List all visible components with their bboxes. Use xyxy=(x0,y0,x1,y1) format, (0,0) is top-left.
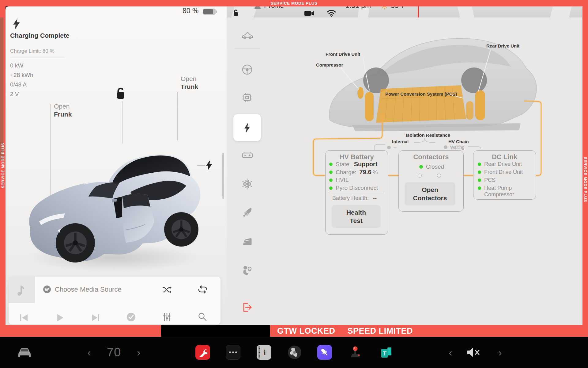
shuffle-button[interactable] xyxy=(162,285,172,294)
karaoke-app-button[interactable] xyxy=(317,345,332,360)
isolation-internal-label: Internal xyxy=(392,139,409,144)
open-trunk-button[interactable]: Open Trunk xyxy=(181,75,198,91)
isolation-internal-status: -- xyxy=(387,145,397,150)
charging-status-title: Charging Complete xyxy=(10,32,70,39)
volume-down-chevron[interactable]: ‹ xyxy=(446,345,455,359)
arcade-app-button[interactable] xyxy=(348,345,363,360)
hv-pyro-row: Pyro Disconnect xyxy=(329,185,378,191)
sidebar-item-computer[interactable] xyxy=(241,91,253,104)
map-road xyxy=(457,6,476,17)
gray-status-dot xyxy=(387,146,391,149)
temp-up-chevron[interactable]: › xyxy=(134,345,143,359)
sidebar-item-exit-service-icon[interactable] xyxy=(241,301,253,313)
sidebar-item-suspension[interactable] xyxy=(241,207,253,219)
sidebar-item-thermal[interactable] xyxy=(241,178,253,190)
hv-battery-title: HV Battery xyxy=(326,153,388,161)
sidebar-item-low-voltage-battery[interactable] xyxy=(241,149,253,161)
music-note-icon xyxy=(17,284,27,296)
media-source-label: Choose Media Source xyxy=(55,286,122,293)
green-status-dot xyxy=(329,163,333,166)
car-controls-button[interactable] xyxy=(16,345,33,359)
green-status-dot xyxy=(329,186,333,190)
fan-icon xyxy=(287,345,302,360)
temp-down-chevron[interactable]: ‹ xyxy=(85,345,94,359)
next-track-button[interactable] xyxy=(91,313,100,323)
battery-icon xyxy=(202,8,218,15)
service-mode-top-label: SERVICE MODE PLUS xyxy=(270,1,317,6)
manual-app-button[interactable]: i xyxy=(257,345,271,360)
fan-app-button[interactable] xyxy=(287,345,302,360)
sidebar-item-high-voltage[interactable] xyxy=(241,121,253,134)
volume-mute-button[interactable] xyxy=(466,345,483,359)
service-app-button[interactable] xyxy=(195,345,210,360)
search-button[interactable] xyxy=(198,312,207,322)
toybox-app-button[interactable]: T xyxy=(379,345,394,360)
charging-bolt-icon xyxy=(12,18,21,29)
unlocked-icon[interactable] xyxy=(115,87,127,100)
vehicle-unlocked-icon[interactable] xyxy=(232,9,239,17)
battery-health-row: Battery Health: -- xyxy=(332,195,377,201)
open-contactors-button[interactable]: Open Contactors xyxy=(405,182,455,205)
charge-limit-label[interactable]: Charge Limit: 80 % xyxy=(10,48,55,54)
card-divider xyxy=(329,193,384,193)
sidebar-item-steering[interactable] xyxy=(241,63,253,76)
hv-battery-card: HV Battery State: Support Charge: 79.6% … xyxy=(325,150,388,235)
vehicle-3d-render[interactable] xyxy=(21,129,208,274)
toybox-icon: T xyxy=(379,345,394,360)
gray-status-dot xyxy=(444,145,447,149)
green-status-dot xyxy=(478,186,481,190)
hv-chain-label: HV Chain xyxy=(448,139,469,144)
charge-power: 0 kW xyxy=(10,61,33,70)
charge-voltage: 2 V xyxy=(10,89,33,99)
charge-current: 0/48 A xyxy=(10,80,33,89)
volume-up-chevron[interactable]: › xyxy=(496,345,505,359)
cabin-temperature[interactable]: 70 xyxy=(102,345,126,359)
dashcam-icon[interactable] xyxy=(304,10,315,17)
green-status-dot xyxy=(478,178,481,182)
equalizer-button[interactable] xyxy=(162,312,172,322)
wifi-icon[interactable] xyxy=(326,9,336,17)
map-road xyxy=(549,6,572,17)
hv-chain-status: Waiting xyxy=(444,145,464,150)
sidebar-item-airbag[interactable] xyxy=(241,264,253,277)
previous-track-button[interactable] xyxy=(19,313,29,323)
bottom-black-overlay xyxy=(161,325,270,337)
dc-link-row: Front Drive Unit xyxy=(478,169,523,175)
sidebar-divider xyxy=(234,48,260,49)
sidebar-item-closures[interactable] xyxy=(241,235,253,247)
autoplay-check-button[interactable] xyxy=(126,312,136,322)
speaker-muted-icon xyxy=(466,347,482,358)
speed-limited-label: SPEED LIMITED xyxy=(347,326,413,336)
battery-percent: 80 % xyxy=(183,7,198,15)
sidebar-item-vehicle[interactable] xyxy=(241,29,253,42)
service-mode-left-banner: SERVICE MODE PLUS xyxy=(1,130,5,201)
svg-text:i: i xyxy=(263,348,266,357)
service-mode-top-banner: SERVICE MODE PLUS xyxy=(0,0,588,6)
open-frunk-button[interactable]: Open Frunk xyxy=(54,102,72,118)
green-status-dot xyxy=(329,178,333,182)
contactor-node xyxy=(437,174,441,178)
health-test-button[interactable]: Health Test xyxy=(332,205,381,228)
more-apps-button[interactable] xyxy=(226,345,240,360)
isolation-resistance-label: Isolation Resistance xyxy=(406,132,450,138)
repeat-button[interactable] xyxy=(197,285,208,294)
screen: 80 % Charging Complete Charge Limit: 80 … xyxy=(0,0,588,368)
spotify-icon xyxy=(43,285,51,293)
green-status-dot xyxy=(478,163,481,166)
compressor-label: Compressor xyxy=(316,62,343,67)
wrench-icon xyxy=(198,348,207,357)
contactors-card: Contactors Closed Open Contactors xyxy=(398,150,464,212)
hv-charge-row: Charge: 79.6% xyxy=(329,169,378,176)
owners-manual-icon: i xyxy=(257,345,271,360)
divider xyxy=(10,58,65,58)
joystick-icon xyxy=(348,345,363,360)
gtw-locked-label: GTW LOCKED xyxy=(277,326,335,336)
microphone-icon xyxy=(320,347,330,357)
ellipsis-icon xyxy=(228,351,238,354)
media-source-button[interactable]: Choose Media Source xyxy=(43,285,122,293)
left-panel-scrollbar[interactable] xyxy=(222,153,224,199)
hv-state-row: State: Support xyxy=(329,161,377,168)
play-button[interactable] xyxy=(55,313,65,323)
media-artwork xyxy=(9,277,35,303)
svg-text:T: T xyxy=(383,350,386,357)
